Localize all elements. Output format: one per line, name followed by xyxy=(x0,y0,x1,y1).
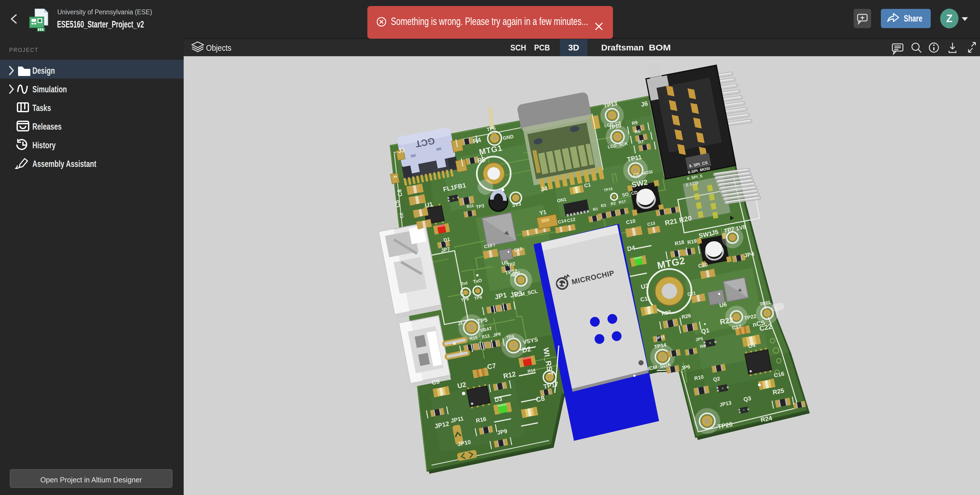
svg-text:C2: C2 xyxy=(399,212,404,219)
svg-text:C7: C7 xyxy=(487,362,496,371)
svg-text:R5: R5 xyxy=(477,156,486,164)
svg-text:J5: J5 xyxy=(711,228,719,236)
svg-text:U1: U1 xyxy=(424,200,433,209)
svg-text:Y1: Y1 xyxy=(539,209,547,216)
svg-text:C9: C9 xyxy=(431,378,440,386)
svg-text:R8: R8 xyxy=(700,343,706,349)
svg-text:C8: C8 xyxy=(535,394,545,404)
svg-text:D2: D2 xyxy=(522,345,531,354)
svg-text:U2: U2 xyxy=(457,380,467,390)
svg-text:R3: R3 xyxy=(601,203,607,208)
svg-text:J1: J1 xyxy=(457,320,463,326)
svg-text:C5: C5 xyxy=(394,200,401,208)
svg-text:C6: C6 xyxy=(396,189,404,197)
svg-text:R1: R1 xyxy=(593,206,598,212)
svg-text:J6: J6 xyxy=(640,100,649,108)
svg-text:J3: J3 xyxy=(397,146,406,155)
svg-text:R2: R2 xyxy=(610,201,616,206)
svg-text:U3: U3 xyxy=(640,282,649,291)
